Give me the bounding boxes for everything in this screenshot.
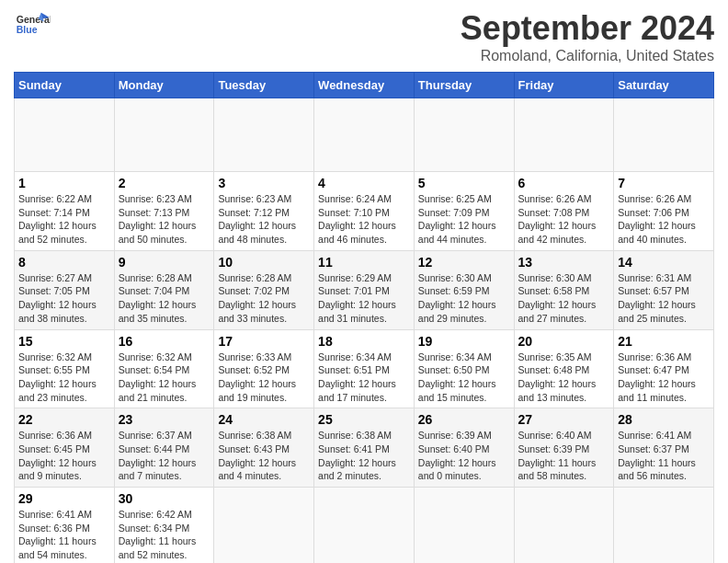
calendar-cell: 23Sunrise: 6:37 AMSunset: 6:44 PMDayligh… — [114, 408, 214, 488]
calendar-cell: 20Sunrise: 6:35 AMSunset: 6:48 PMDayligh… — [514, 329, 614, 408]
day-number: 25 — [318, 412, 410, 427]
day-number: 15 — [18, 334, 110, 349]
day-info: Sunrise: 6:39 AMSunset: 6:40 PMDaylight:… — [418, 429, 510, 483]
day-number: 6 — [518, 176, 610, 190]
day-info: Sunrise: 6:32 AMSunset: 6:55 PMDaylight:… — [18, 350, 110, 405]
day-info: Sunrise: 6:25 AMSunset: 7:09 PMDaylight:… — [418, 192, 510, 247]
header-cell-monday: Monday — [114, 73, 214, 98]
calendar-cell: 1Sunrise: 6:22 AMSunset: 7:14 PMDaylight… — [15, 172, 115, 251]
day-info: Sunrise: 6:31 AMSunset: 6:57 PMDaylight:… — [618, 271, 710, 326]
calendar-cell: 8Sunrise: 6:27 AMSunset: 7:05 PMDaylight… — [15, 250, 115, 329]
day-number: 13 — [518, 255, 610, 270]
calendar-cell: 2Sunrise: 6:23 AMSunset: 7:13 PMDaylight… — [114, 172, 214, 251]
calendar-cell: 7Sunrise: 6:26 AMSunset: 7:06 PMDaylight… — [614, 172, 714, 251]
calendar-cell: 22Sunrise: 6:36 AMSunset: 6:45 PMDayligh… — [15, 408, 115, 488]
calendar-cell: 16Sunrise: 6:32 AMSunset: 6:54 PMDayligh… — [114, 329, 214, 408]
day-info: Sunrise: 6:29 AMSunset: 7:01 PMDaylight:… — [318, 271, 410, 326]
header-cell-friday: Friday — [514, 73, 614, 98]
day-info: Sunrise: 6:23 AMSunset: 7:12 PMDaylight:… — [218, 192, 310, 247]
day-number: 26 — [418, 412, 510, 427]
day-number: 9 — [119, 255, 210, 270]
day-number: 3 — [218, 176, 310, 190]
calendar-cell: 25Sunrise: 6:38 AMSunset: 6:41 PMDayligh… — [314, 408, 415, 488]
day-info: Sunrise: 6:24 AMSunset: 7:10 PMDaylight:… — [318, 192, 410, 247]
calendar-cell: 5Sunrise: 6:25 AMSunset: 7:09 PMDaylight… — [414, 172, 514, 251]
day-number: 23 — [119, 412, 210, 427]
day-info: Sunrise: 6:41 AMSunset: 6:37 PMDaylight:… — [618, 429, 710, 483]
day-number: 20 — [518, 334, 610, 349]
header-cell-wednesday: Wednesday — [314, 73, 415, 98]
calendar-cell: 14Sunrise: 6:31 AMSunset: 6:57 PMDayligh… — [614, 250, 714, 329]
day-number: 29 — [18, 491, 110, 506]
calendar-cell: 26Sunrise: 6:39 AMSunset: 6:40 PMDayligh… — [414, 408, 514, 488]
calendar-cell: 28Sunrise: 6:41 AMSunset: 6:37 PMDayligh… — [614, 408, 714, 488]
day-number: 8 — [18, 255, 110, 270]
calendar-cell: 19Sunrise: 6:34 AMSunset: 6:50 PMDayligh… — [414, 329, 514, 408]
day-info: Sunrise: 6:34 AMSunset: 6:50 PMDaylight:… — [418, 350, 510, 405]
day-info: Sunrise: 6:30 AMSunset: 6:58 PMDaylight:… — [518, 271, 610, 326]
calendar-cell — [214, 488, 314, 564]
day-number: 24 — [218, 412, 310, 427]
calendar-cell — [114, 98, 214, 172]
day-info: Sunrise: 6:42 AMSunset: 6:34 PMDaylight:… — [119, 508, 210, 562]
day-info: Sunrise: 6:30 AMSunset: 6:59 PMDaylight:… — [418, 271, 510, 326]
day-info: Sunrise: 6:36 AMSunset: 6:45 PMDaylight:… — [18, 429, 110, 483]
header-cell-sunday: Sunday — [15, 73, 115, 98]
day-number: 28 — [618, 412, 710, 427]
calendar-cell — [214, 98, 314, 172]
calendar-cell — [314, 488, 415, 564]
day-number: 7 — [618, 176, 710, 190]
calendar-cell — [314, 98, 415, 172]
week-row-5: 29Sunrise: 6:41 AMSunset: 6:36 PMDayligh… — [15, 488, 714, 564]
location-title: Romoland, California, United States — [461, 48, 714, 64]
title-area: September 2024 Romoland, California, Uni… — [461, 9, 714, 64]
day-info: Sunrise: 6:32 AMSunset: 6:54 PMDaylight:… — [119, 350, 210, 405]
day-number: 17 — [218, 334, 310, 349]
day-info: Sunrise: 6:40 AMSunset: 6:39 PMDaylight:… — [518, 429, 610, 483]
day-info: Sunrise: 6:36 AMSunset: 6:47 PMDaylight:… — [618, 350, 710, 405]
day-number: 19 — [418, 334, 510, 349]
logo: General Blue — [14, 9, 51, 37]
week-row-3: 15Sunrise: 6:32 AMSunset: 6:55 PMDayligh… — [15, 329, 714, 408]
header-row: SundayMondayTuesdayWednesdayThursdayFrid… — [15, 73, 714, 98]
calendar-cell: 3Sunrise: 6:23 AMSunset: 7:12 PMDaylight… — [214, 172, 314, 251]
calendar-cell — [614, 488, 714, 564]
day-number: 18 — [318, 334, 410, 349]
calendar-cell: 10Sunrise: 6:28 AMSunset: 7:02 PMDayligh… — [214, 250, 314, 329]
calendar-cell: 29Sunrise: 6:41 AMSunset: 6:36 PMDayligh… — [15, 488, 115, 564]
day-number: 4 — [318, 176, 410, 190]
day-number: 10 — [218, 255, 310, 270]
day-info: Sunrise: 6:33 AMSunset: 6:52 PMDaylight:… — [218, 350, 310, 405]
calendar-cell — [514, 488, 614, 564]
header-cell-saturday: Saturday — [614, 73, 714, 98]
day-info: Sunrise: 6:38 AMSunset: 6:41 PMDaylight:… — [318, 429, 410, 483]
calendar-cell: 6Sunrise: 6:26 AMSunset: 7:08 PMDaylight… — [514, 172, 614, 251]
calendar-cell: 11Sunrise: 6:29 AMSunset: 7:01 PMDayligh… — [314, 250, 415, 329]
week-row-1: 1Sunrise: 6:22 AMSunset: 7:14 PMDaylight… — [15, 172, 714, 251]
day-number: 30 — [119, 491, 210, 506]
month-title: September 2024 — [461, 9, 714, 48]
calendar-table: SundayMondayTuesdayWednesdayThursdayFrid… — [14, 72, 714, 563]
calendar-cell: 9Sunrise: 6:28 AMSunset: 7:04 PMDaylight… — [114, 250, 214, 329]
calendar-cell — [414, 98, 514, 172]
header-cell-tuesday: Tuesday — [214, 73, 314, 98]
calendar-cell — [614, 98, 714, 172]
day-info: Sunrise: 6:35 AMSunset: 6:48 PMDaylight:… — [518, 350, 610, 405]
day-info: Sunrise: 6:37 AMSunset: 6:44 PMDaylight:… — [119, 429, 210, 483]
day-info: Sunrise: 6:22 AMSunset: 7:14 PMDaylight:… — [18, 192, 110, 247]
day-info: Sunrise: 6:26 AMSunset: 7:08 PMDaylight:… — [518, 192, 610, 247]
day-number: 1 — [18, 176, 110, 190]
calendar-cell: 4Sunrise: 6:24 AMSunset: 7:10 PMDaylight… — [314, 172, 415, 251]
header-cell-thursday: Thursday — [414, 73, 514, 98]
day-info: Sunrise: 6:27 AMSunset: 7:05 PMDaylight:… — [18, 271, 110, 326]
calendar-cell: 12Sunrise: 6:30 AMSunset: 6:59 PMDayligh… — [414, 250, 514, 329]
day-number: 16 — [119, 334, 210, 349]
calendar-cell: 18Sunrise: 6:34 AMSunset: 6:51 PMDayligh… — [314, 329, 415, 408]
week-row-2: 8Sunrise: 6:27 AMSunset: 7:05 PMDaylight… — [15, 250, 714, 329]
calendar-cell — [414, 488, 514, 564]
calendar-cell — [514, 98, 614, 172]
calendar-cell: 27Sunrise: 6:40 AMSunset: 6:39 PMDayligh… — [514, 408, 614, 488]
week-row-0 — [15, 98, 714, 172]
day-info: Sunrise: 6:23 AMSunset: 7:13 PMDaylight:… — [119, 192, 210, 247]
svg-text:Blue: Blue — [17, 24, 38, 35]
